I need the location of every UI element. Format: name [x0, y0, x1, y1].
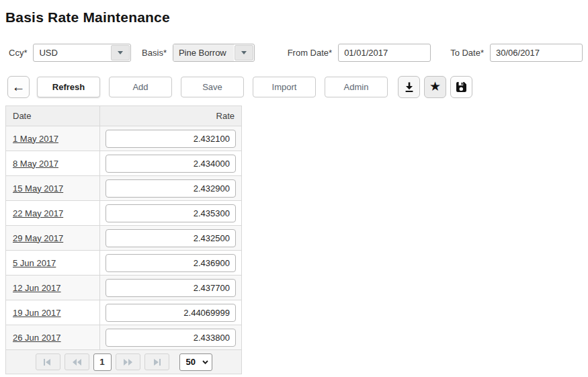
date-link[interactable]: 8 May 2017 — [13, 159, 58, 169]
date-link[interactable]: 26 Jun 2017 — [13, 333, 61, 343]
chevron-down-icon — [118, 51, 123, 54]
ccy-input[interactable] — [34, 44, 110, 61]
table-row: 5 Jun 2017 — [6, 251, 242, 276]
prev-page-button[interactable] — [65, 353, 89, 370]
rate-input[interactable] — [106, 329, 236, 347]
to-date-label: To Date* — [450, 48, 484, 58]
basis-input[interactable] — [173, 44, 234, 61]
import-button[interactable]: Import — [253, 77, 316, 97]
date-link[interactable]: 1 May 2017 — [13, 134, 58, 144]
next-page-button[interactable] — [116, 353, 140, 370]
rate-input[interactable] — [106, 229, 236, 247]
table-row: 26 Jun 2017 — [6, 325, 242, 350]
rate-input[interactable] — [106, 304, 236, 322]
rate-input[interactable] — [106, 130, 236, 148]
basis-dropdown-button[interactable] — [235, 45, 253, 60]
download-icon — [404, 82, 415, 93]
chevron-down-icon — [241, 51, 247, 54]
first-page-icon — [43, 359, 52, 366]
date-link[interactable]: 22 May 2017 — [13, 208, 63, 218]
rate-input[interactable] — [106, 204, 236, 222]
date-link[interactable]: 15 May 2017 — [13, 183, 63, 194]
page-title: Basis Rate Maintenance — [5, 9, 583, 26]
save-disk-button[interactable] — [450, 76, 472, 98]
date-link[interactable]: 5 Jun 2017 — [13, 258, 56, 268]
rate-input[interactable] — [106, 179, 236, 198]
table-row: 22 May 2017 — [6, 201, 242, 226]
rate-table-header: Date Rate — [6, 106, 242, 126]
ccy-combobox[interactable] — [33, 44, 131, 62]
favorite-star-icon: ★ — [429, 80, 441, 93]
toolbar: ← Refresh Add Save Import Admin ★ — [7, 76, 583, 98]
page-size-select-wrap: 50 — [179, 353, 212, 371]
date-link[interactable]: 19 Jun 2017 — [13, 308, 61, 318]
save-disk-icon — [456, 81, 467, 93]
arrow-left-icon: ← — [12, 80, 26, 93]
back-button[interactable]: ← — [7, 76, 30, 98]
save-button[interactable]: Save — [181, 77, 244, 97]
rate-table: Date Rate 1 May 2017 8 May 2017 15 May — [5, 106, 242, 350]
basis-label: Basis* — [142, 48, 167, 58]
prev-page-icon — [72, 359, 82, 366]
current-page-button[interactable]: 1 — [93, 353, 112, 371]
date-column-header: Date — [6, 106, 100, 126]
admin-button[interactable]: Admin — [325, 77, 388, 97]
rate-input[interactable] — [106, 279, 236, 297]
date-link[interactable]: 12 Jun 2017 — [13, 283, 61, 293]
basis-combobox[interactable] — [173, 44, 255, 62]
to-date-input[interactable] — [490, 44, 583, 62]
from-date-input[interactable] — [338, 44, 431, 62]
filter-bar: Ccy* Basis* From Date* To Date* — [9, 44, 583, 62]
rate-column-header: Rate — [100, 106, 242, 126]
from-date-label: From Date* — [288, 48, 332, 58]
table-row: 1 May 2017 — [6, 126, 242, 151]
refresh-button[interactable]: Refresh — [37, 77, 100, 97]
basis-rate-maintenance-page: Basis Rate Maintenance Ccy* Basis* From … — [0, 0, 588, 377]
table-row: 8 May 2017 — [6, 151, 242, 176]
table-row: 12 Jun 2017 — [6, 276, 242, 300]
page-size-select[interactable]: 50 — [180, 354, 212, 370]
ccy-dropdown-button[interactable] — [111, 45, 130, 60]
first-page-button[interactable] — [36, 353, 60, 370]
date-link[interactable]: 29 May 2017 — [13, 233, 63, 243]
next-page-icon — [123, 359, 133, 366]
add-button[interactable]: Add — [109, 77, 172, 97]
last-page-icon — [152, 359, 161, 366]
last-page-button[interactable] — [144, 353, 169, 370]
rate-table-body: 1 May 2017 8 May 2017 15 May 2017 — [6, 126, 242, 350]
rate-input[interactable] — [106, 155, 236, 173]
pagination-bar: 1 50 — [5, 350, 242, 374]
table-row: 29 May 2017 — [6, 226, 242, 251]
table-row: 15 May 2017 — [6, 176, 242, 201]
ccy-label: Ccy* — [9, 48, 27, 58]
download-button[interactable] — [398, 76, 420, 98]
rate-input[interactable] — [106, 254, 236, 272]
favorite-button[interactable]: ★ — [424, 76, 446, 98]
table-row: 19 Jun 2017 — [6, 300, 242, 325]
